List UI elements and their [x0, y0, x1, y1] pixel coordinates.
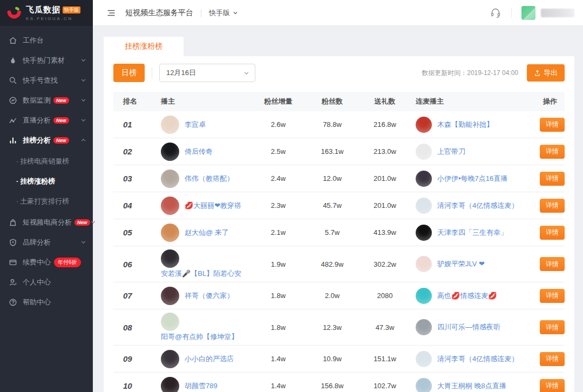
cohost-link[interactable]: 大胃王桐桐 晚8点直播: [437, 381, 506, 391]
rank-cell: 09: [123, 354, 132, 363]
table-row: 03 伟伟（教搭配） 2.4w 12.0w 201.0w 小伊伊•每晚7点16直…: [113, 165, 565, 192]
daily-rank-button[interactable]: 日榜: [113, 64, 145, 82]
cohost-avatar[interactable]: [416, 319, 432, 335]
cohost-link[interactable]: 四川可乐—情感夜听: [437, 322, 500, 332]
sidebar-subitem[interactable]: 挂榜电商销量榜: [0, 151, 93, 171]
chevron-down-icon: [243, 70, 249, 76]
host-link[interactable]: 安若溪🎤【BL】陌若心安: [161, 269, 241, 279]
host-link[interactable]: 💋大丽丽❤教穿搭: [185, 201, 241, 211]
detail-button[interactable]: 详情: [540, 172, 565, 186]
column-header: 送礼数: [361, 97, 409, 106]
sidebar-item[interactable]: 帮助中心: [0, 292, 93, 312]
detail-button[interactable]: 详情: [540, 118, 565, 132]
host-link[interactable]: 祥哥（傻六家）: [185, 291, 234, 301]
topbar-divider: [201, 9, 201, 17]
bag-icon: [9, 218, 17, 227]
sidebar-item[interactable]: 快手热门素材: [0, 50, 93, 70]
question-icon: [9, 298, 17, 307]
menu-fold-icon[interactable]: [107, 9, 116, 17]
host-link[interactable]: 胡颜雪789: [185, 381, 218, 391]
cohost-avatar[interactable]: [416, 225, 432, 241]
cohost-avatar[interactable]: [416, 117, 432, 133]
host-avatar[interactable]: [161, 197, 179, 215]
host-avatar[interactable]: [161, 170, 179, 188]
edition-dropdown[interactable]: 快手版: [209, 8, 238, 18]
cohost-avatar[interactable]: [416, 198, 432, 214]
sidebar-subitem[interactable]: 土豪打赏排行榜: [0, 191, 93, 211]
fans-cell: 78.8w: [304, 120, 361, 129]
fans-gain-cell: 1.8w: [253, 323, 304, 332]
sidebar-item[interactable]: 快手号查找: [0, 70, 93, 90]
edition-badge: 快手版: [63, 6, 80, 13]
host-avatar[interactable]: [161, 287, 179, 305]
cohost-link[interactable]: 清河李哥（4亿情感连麦）: [437, 354, 518, 364]
sidebar-item[interactable]: 挂榜分析 New: [0, 130, 93, 150]
cohost-link[interactable]: 驴嫂平荣JLV ❤: [437, 259, 485, 269]
cohost-link[interactable]: 高也💋情感连麦💋: [437, 291, 497, 301]
host-link[interactable]: 伟伟（教搭配）: [185, 174, 234, 184]
host-link[interactable]: 赵大仙@ 来了: [185, 228, 229, 238]
cohost-link[interactable]: 木森【勤能补拙】: [437, 120, 493, 130]
table-row: 10 胡颜雪789 1.4w 156.8w 102.7w 大胃王桐桐 晚8点直播…: [113, 373, 565, 392]
cohost-avatar[interactable]: [416, 144, 432, 160]
topbar: 短视频生态服务平台 快手版: [93, 0, 583, 26]
fans-gain-cell: 1.4w: [253, 382, 304, 390]
rank-cell: 03: [123, 174, 132, 183]
detail-button[interactable]: 详情: [540, 226, 565, 240]
column-header: 粉丝增量: [253, 97, 304, 106]
detail-button[interactable]: 详情: [540, 199, 565, 213]
promo-badge: 年付6折: [54, 258, 81, 267]
detail-button[interactable]: 详情: [540, 289, 565, 303]
cohost-link[interactable]: 小伊伊•每晚7点16直播: [437, 174, 507, 184]
sidebar-item[interactable]: 工作台: [0, 30, 93, 50]
sidebar-item[interactable]: 个人中心: [0, 272, 93, 292]
table-row: 06 安若溪🎤【BL】陌若心安 1.9w 482.9w 302.2w 驴嫂平荣J…: [113, 246, 565, 282]
detail-button[interactable]: 详情: [540, 379, 565, 392]
headset-icon[interactable]: [490, 7, 501, 19]
host-avatar[interactable]: [161, 143, 179, 161]
cohost-link[interactable]: 上官带刀: [437, 147, 465, 157]
chevron-down-icon: [80, 77, 86, 83]
host-avatar[interactable]: [161, 116, 179, 134]
fans-cell: 45.7w: [304, 201, 361, 209]
detail-button[interactable]: 详情: [540, 257, 565, 271]
sidebar-subitem[interactable]: 挂榜涨粉榜: [0, 171, 93, 191]
user-avatar[interactable]: [521, 6, 535, 20]
chevron-down-icon: [80, 97, 86, 103]
detail-button[interactable]: 详情: [540, 320, 565, 334]
gifts-cell: 151.1w: [361, 355, 409, 363]
host-avatar[interactable]: [161, 249, 179, 268]
app-root: 飞瓜数据 快手版 KS.FEIGUA.CN 工作台 快手热门素材 快手号查找 数…: [0, 0, 583, 392]
cohost-avatar[interactable]: [416, 378, 432, 392]
cohost-avatar[interactable]: [416, 256, 432, 272]
sidebar-item[interactable]: 数据监测 New: [0, 90, 93, 110]
chevron-down-icon: [233, 10, 238, 16]
export-button[interactable]: 导出: [527, 64, 565, 82]
host-link[interactable]: 小小白的严选店: [185, 354, 234, 364]
date-select[interactable]: 12月16日: [159, 64, 255, 82]
rank-table: 排名播主粉丝增量粉丝数送礼数连麦播主操作 01 李宣卓 2.6w 78.8w 2…: [113, 92, 565, 392]
brand-logo[interactable]: 飞瓜数据 快手版 KS.FEIGUA.CN: [0, 0, 93, 26]
host-link[interactable]: 李宣卓: [185, 120, 206, 130]
cohost-avatar[interactable]: [416, 288, 432, 304]
sidebar-item[interactable]: 短视频电商分析 New: [0, 212, 93, 232]
gifts-cell: 213.0w: [361, 147, 409, 156]
tab-follower-growth-rank[interactable]: 挂榜涨粉榜: [104, 37, 184, 56]
cohost-avatar[interactable]: [416, 351, 432, 367]
detail-button[interactable]: 详情: [540, 352, 565, 366]
sidebar-item[interactable]: 直播分析 New: [0, 110, 93, 130]
host-avatar[interactable]: [161, 313, 179, 331]
host-avatar[interactable]: [161, 350, 179, 368]
sidebar-submenu: 挂榜电商销量榜挂榜涨粉榜土豪打赏排行榜: [0, 150, 93, 212]
filter-row: 日榜 12月16日 数据更新时间：2019-12-17 04:00 导出: [113, 64, 565, 82]
host-link[interactable]: 阳哥@有点帅【修坤堂】: [161, 332, 238, 342]
cohost-link[interactable]: 清河李哥（4亿情感连麦）: [437, 201, 518, 211]
host-avatar[interactable]: [161, 224, 179, 242]
host-avatar[interactable]: [161, 377, 179, 392]
host-link[interactable]: 倚后传奇: [185, 147, 213, 157]
cohost-link[interactable]: 天津李四「三生有幸」: [437, 228, 507, 238]
detail-button[interactable]: 详情: [540, 145, 565, 159]
sidebar-item[interactable]: 续费中心 年付6折: [0, 252, 93, 272]
cohost-avatar[interactable]: [416, 171, 432, 187]
sidebar-item[interactable]: 品牌分析: [0, 232, 93, 252]
